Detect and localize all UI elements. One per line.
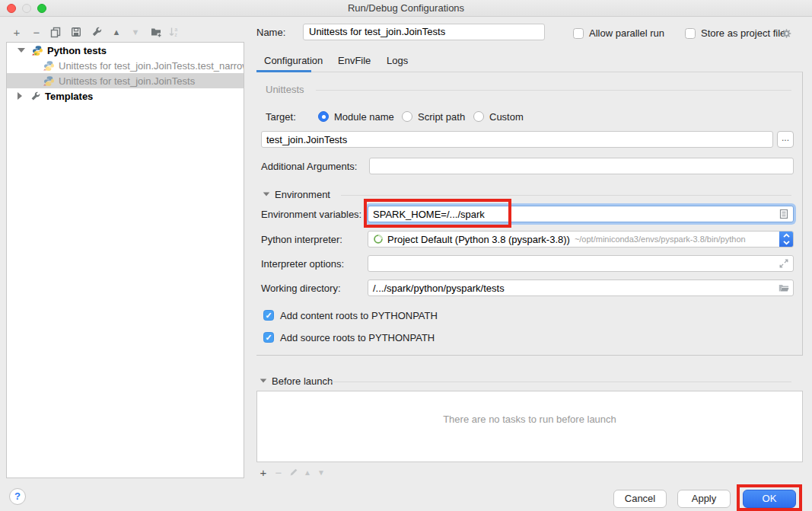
interpreter-options-label: Interpreter options: (261, 258, 344, 270)
group-separator (341, 195, 791, 196)
environment-variables-value: SPARK_HOME=/.../spark (373, 209, 485, 220)
additional-arguments-label: Additional Arguments: (261, 161, 357, 173)
copy-configuration-icon[interactable] (49, 26, 62, 38)
working-directory-input[interactable]: /.../spark/python/pyspark/tests (368, 279, 794, 296)
new-folder-icon[interactable] (150, 26, 162, 38)
tab-envfile[interactable]: EnvFile (338, 54, 371, 68)
target-module-name-radio[interactable] (318, 111, 329, 122)
edit-templates-icon[interactable] (91, 26, 103, 38)
add-configuration-icon[interactable]: + (11, 26, 23, 38)
no-tasks-message: There are no tasks to run before launch (443, 414, 616, 425)
apply-button[interactable]: Apply (677, 490, 731, 508)
edit-task-icon (288, 466, 300, 478)
store-as-project-file-label[interactable]: Store as project file (701, 27, 785, 40)
target-module-name-label[interactable]: Module name (334, 111, 394, 123)
working-directory-value: /.../spark/python/pyspark/tests (373, 283, 505, 294)
target-custom-radio[interactable] (473, 111, 484, 122)
python-test-config-icon (43, 60, 55, 72)
svg-text:z: z (175, 32, 177, 37)
combo-stepper-icon[interactable] (779, 231, 794, 248)
unittests-group-title: Unittests (266, 84, 304, 96)
folder-icon[interactable] (778, 282, 790, 294)
tree-item-python-tests[interactable]: Python tests (7, 43, 244, 58)
python-interpreter-label: Python interpreter: (261, 234, 342, 246)
title-bar: Run/Debug Configurations (0, 0, 812, 17)
tab-configuration[interactable]: Configuration (264, 54, 323, 68)
tree-item-label: Templates (45, 91, 93, 102)
cancel-button[interactable]: Cancel (613, 490, 667, 508)
name-input[interactable]: Unittests for test_join.JoinTests (303, 24, 545, 40)
tree-item-label: Unittests for test_join.JoinTests.test_n… (59, 60, 244, 72)
environment-variables-input[interactable]: SPARK_HOME=/.../spark (368, 206, 794, 222)
move-task-up-icon: ▲ (301, 466, 314, 478)
conda-env-icon (373, 234, 384, 244)
wrench-icon (30, 91, 41, 102)
environment-variables-label: Environment variables: (261, 209, 361, 221)
working-directory-label: Working directory: (261, 283, 341, 295)
target-module-input[interactable]: test_join.JoinTests (261, 131, 773, 148)
python-interpreter-select[interactable]: Project Default (Python 3.8 (pyspark-3.8… (368, 231, 794, 248)
tree-item-label: Unittests for test_join.JoinTests (59, 75, 195, 87)
group-separator (330, 382, 791, 382)
additional-arguments-input[interactable] (369, 158, 794, 174)
before-launch-title[interactable]: Before launch (272, 375, 333, 388)
environment-group-title[interactable]: Environment (275, 189, 330, 201)
move-up-icon[interactable]: ▲ (110, 26, 123, 38)
python-tests-icon (32, 45, 43, 56)
tab-logs[interactable]: Logs (387, 54, 408, 68)
add-source-roots-checkbox[interactable]: ✓ (263, 332, 274, 343)
expand-icon[interactable] (18, 92, 22, 100)
python-interpreter-path: ~/opt/miniconda3/envs/pyspark-3.8/bin/py… (575, 235, 746, 244)
store-options-gear-icon[interactable] (781, 27, 793, 40)
remove-configuration-icon[interactable]: − (30, 26, 43, 38)
tree-item-unittests-jointests-selected[interactable]: Unittests for test_join.JoinTests (7, 73, 244, 88)
add-task-icon[interactable]: + (257, 466, 269, 478)
allow-parallel-run-checkbox[interactable] (573, 28, 584, 39)
tree-item-unittests-narrow[interactable]: Unittests for test_join.JoinTests.test_n… (7, 58, 244, 73)
before-launch-collapse-icon[interactable] (260, 378, 267, 382)
window-title: Run/Debug Configurations (0, 2, 812, 14)
save-configuration-icon[interactable] (70, 26, 82, 38)
store-as-project-file-checkbox[interactable] (685, 28, 696, 39)
target-custom-label[interactable]: Custom (489, 111, 524, 123)
move-task-down-icon: ▼ (315, 466, 327, 478)
ok-button[interactable]: OK (743, 490, 796, 508)
remove-task-icon: − (272, 466, 285, 478)
allow-parallel-run-label[interactable]: Allow parallel run (589, 27, 664, 40)
target-script-path-label[interactable]: Script path (418, 111, 465, 123)
configurations-tree: Python tests Unittests for test_join.Joi… (6, 42, 244, 478)
tree-item-label: Python tests (47, 45, 107, 56)
environment-collapse-icon[interactable] (263, 192, 270, 196)
active-tab-indicator (256, 70, 311, 72)
move-down-icon: ▼ (129, 26, 142, 38)
tree-item-templates[interactable]: Templates (7, 88, 244, 104)
group-separator (316, 90, 791, 91)
add-content-roots-label[interactable]: Add content roots to PYTHONPATH (280, 310, 438, 322)
target-script-path-radio[interactable] (402, 111, 412, 122)
env-vars-browse-icon[interactable] (778, 208, 790, 220)
add-source-roots-label[interactable]: Add source roots to PYTHONPATH (280, 332, 435, 344)
target-label: Target: (266, 111, 296, 123)
target-module-value: test_join.JoinTests (266, 134, 347, 145)
help-button[interactable]: ? (9, 488, 26, 505)
name-label: Name: (256, 27, 285, 39)
svg-text:a: a (175, 27, 178, 32)
collapse-icon[interactable] (18, 48, 25, 53)
interpreter-options-input[interactable] (368, 255, 794, 272)
sort-alphabetically-icon: az (168, 26, 180, 38)
python-interpreter-value: Project Default (Python 3.8 (pyspark-3.8… (387, 234, 570, 245)
before-launch-task-list: There are no tasks to run before launch (256, 391, 803, 462)
expand-field-icon[interactable] (778, 257, 790, 270)
browse-module-button[interactable]: ... (777, 131, 794, 148)
python-test-config-icon (43, 75, 55, 87)
add-content-roots-checkbox[interactable]: ✓ (263, 310, 274, 321)
